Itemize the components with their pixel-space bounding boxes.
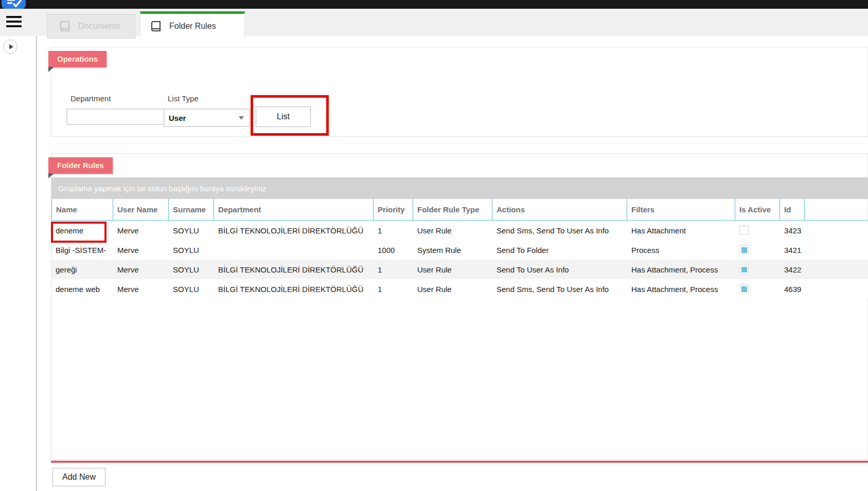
cell-id: 3423	[780, 221, 805, 240]
cell-folder-rule-type: User Rule	[413, 221, 492, 240]
is-active-checkbox-checked[interactable]	[739, 245, 749, 254]
cell-surname: SOYLU	[169, 221, 214, 240]
book-icon	[59, 20, 71, 32]
bottom-separator-line	[51, 461, 868, 463]
checkbox-fill	[741, 247, 747, 253]
cell-filters: Has Attachment, Process	[627, 279, 735, 299]
list-button[interactable]: List	[256, 106, 311, 127]
add-new-button[interactable]: Add New	[52, 468, 105, 486]
is-active-checkbox-checked[interactable]	[739, 265, 749, 274]
cell-name: gereği	[51, 260, 113, 279]
cell-folder-rule-type: System Rule	[413, 240, 492, 260]
chevron-right-icon	[9, 44, 13, 49]
cell-is-active	[735, 240, 780, 260]
column-header-is-active[interactable]: Is Active	[735, 199, 780, 220]
department-label: Department	[70, 94, 111, 103]
document-check-glyph	[6, 0, 22, 8]
cell-department	[214, 240, 374, 260]
list-type-select[interactable]: User	[164, 108, 250, 127]
tab-folder-rules-label: Folder Rules	[169, 22, 216, 31]
cell-name: Bilgi -SİSTEM-	[51, 240, 113, 260]
group-by-drop-zone[interactable]: Gruplama yapmak için bir sütun başlığını…	[51, 177, 868, 199]
list-type-selected-value: User	[165, 114, 239, 122]
cell-name: deneme web	[51, 279, 113, 299]
operations-panel-title: Operations	[48, 51, 107, 67]
checkbox-fill	[741, 286, 747, 292]
cell-department: BİLGİ TEKNOLOJİLERİ DİREKTÖRLÜĞÜ	[214, 260, 374, 279]
table-row-gere-i[interactable]: gereğiMerveSOYLUBİLGİ TEKNOLOJİLERİ DİRE…	[51, 260, 868, 279]
cell-user-name: Merve	[113, 260, 169, 279]
checkbox-fill	[741, 267, 747, 272]
cell-id: 3422	[780, 260, 805, 279]
grid-body: denemeMerveSOYLUBİLGİ TEKNOLOJİLERİ DİRE…	[51, 221, 868, 299]
column-header-filler	[805, 199, 868, 220]
is-active-checkbox-checked[interactable]	[739, 284, 749, 294]
column-header-id[interactable]: Id	[780, 199, 805, 220]
cell-filler	[805, 260, 868, 279]
column-header-priority[interactable]: Priority	[374, 199, 413, 220]
cell-surname: SOYLU	[169, 260, 214, 279]
tab-documents[interactable]: Documents	[47, 14, 135, 39]
cell-id: 4639	[780, 279, 805, 299]
cell-filters: Has Attachment, Process	[627, 260, 735, 279]
cell-is-active	[735, 221, 780, 240]
is-active-checkbox-unchecked[interactable]	[739, 226, 749, 235]
cell-actions: Send To Folder	[492, 240, 627, 260]
cell-user-name: Merve	[113, 240, 169, 260]
department-input[interactable]	[66, 108, 165, 125]
folder-rules-grid: NameUser NameSurnameDepartmentPriorityFo…	[51, 199, 868, 299]
column-header-name[interactable]: Name	[51, 199, 113, 220]
table-row-bilgi-si-stem-[interactable]: Bilgi -SİSTEM-MerveSOYLU1000System RuleS…	[51, 240, 868, 260]
cell-user-name: Merve	[113, 221, 169, 240]
cell-actions: Send Sms, Send To User As Info	[492, 279, 627, 299]
cell-priority: 1	[374, 279, 413, 299]
column-header-folder-rule-type[interactable]: Folder Rule Type	[413, 199, 492, 220]
table-row-deneme-web[interactable]: deneme webMerveSOYLUBİLGİ TEKNOLOJİLERİ …	[51, 279, 868, 299]
column-header-filters[interactable]: Filters	[627, 199, 735, 220]
list-type-label: List Type	[168, 94, 199, 103]
grid-header-row: NameUser NameSurnameDepartmentPriorityFo…	[51, 199, 868, 221]
column-header-department[interactable]: Department	[214, 199, 374, 220]
cell-filler	[805, 221, 868, 240]
cell-department: BİLGİ TEKNOLOJİLERİ DİREKTÖRLÜĞÜ	[214, 279, 374, 299]
cell-name: deneme	[51, 221, 113, 240]
top-bar	[0, 0, 868, 9]
cell-priority: 1000	[374, 240, 413, 260]
folder-rules-panel-title: Folder Rules	[48, 157, 113, 174]
cell-actions: Send Sms, Send To User As Info	[492, 221, 627, 240]
book-icon	[150, 20, 162, 32]
cell-is-active	[735, 279, 780, 299]
column-header-surname[interactable]: Surname	[169, 199, 214, 220]
menu-icon[interactable]	[6, 16, 22, 27]
app-logo-icon[interactable]	[2, 0, 26, 9]
cell-is-active	[735, 260, 780, 279]
cell-filters: Has Attachment	[627, 221, 735, 240]
cell-filler	[805, 279, 868, 299]
cell-id: 3421	[780, 240, 805, 260]
cell-surname: SOYLU	[169, 279, 214, 299]
cell-priority: 1	[374, 221, 413, 240]
cell-filler	[805, 240, 868, 260]
tab-documents-label: Documents	[78, 22, 120, 31]
group-by-hint: Gruplama yapmak için bir sütun başlığını…	[58, 184, 266, 193]
cell-department: BİLGİ TEKNOLOJİLERİ DİREKTÖRLÜĞÜ	[214, 221, 374, 240]
cell-priority: 1	[374, 260, 413, 279]
cell-surname: SOYLU	[169, 240, 214, 260]
column-header-actions[interactable]: Actions	[492, 199, 627, 220]
column-header-user-name[interactable]: User Name	[113, 199, 169, 220]
cell-user-name: Merve	[113, 279, 169, 299]
cell-actions: Send To User As Info	[492, 260, 627, 279]
sidebar-expand-button[interactable]	[3, 40, 17, 54]
cell-folder-rule-type: User Rule	[413, 279, 492, 299]
chevron-down-icon	[239, 116, 244, 120]
tab-folder-rules[interactable]: Folder Rules	[140, 11, 245, 39]
cell-filters: Process	[627, 240, 735, 260]
table-row-deneme[interactable]: denemeMerveSOYLUBİLGİ TEKNOLOJİLERİ DİRE…	[51, 221, 868, 240]
sidebar-divider	[36, 36, 37, 491]
cell-folder-rule-type: User Rule	[413, 260, 492, 279]
